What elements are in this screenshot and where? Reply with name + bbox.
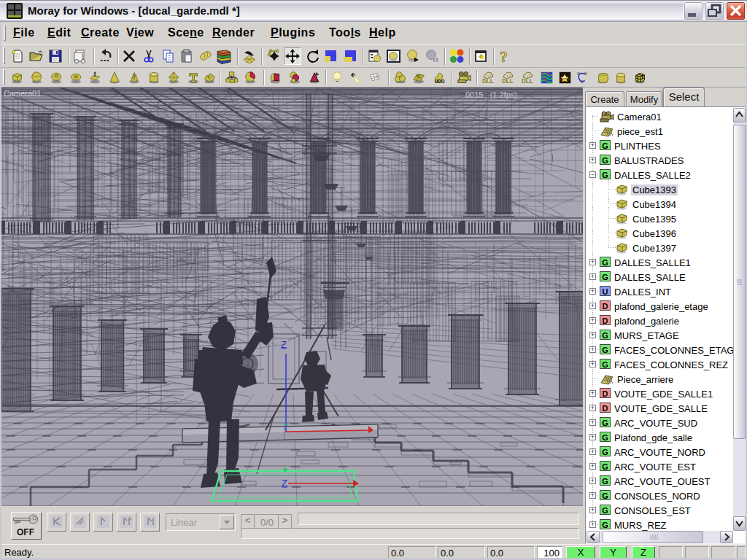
svg-text:DLL: DLL [482, 78, 494, 85]
svg-text:UDO: UDO [435, 79, 445, 84]
svg-text:DLL: DLL [502, 78, 514, 85]
svg-text:Camera01: Camera01 [4, 89, 41, 98]
svg-text:?: ? [500, 48, 508, 64]
svg-text:DLL: DLL [522, 78, 533, 85]
svg-text:0015 (1.2fps): 0015 (1.2fps) [465, 90, 517, 99]
